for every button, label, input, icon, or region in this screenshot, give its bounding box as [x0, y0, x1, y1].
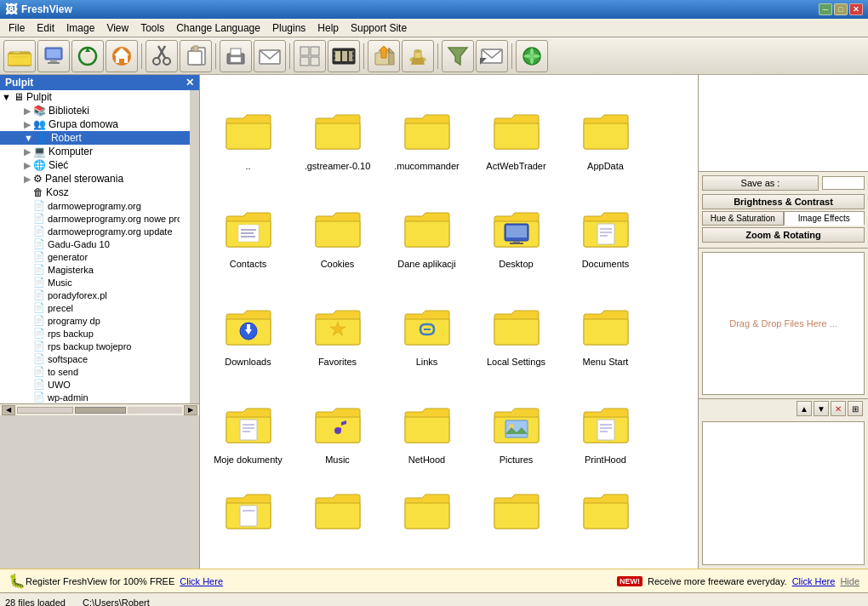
sidebar-close-icon[interactable]: ✕ [186, 77, 194, 89]
folder-item-row5a[interactable] [203, 470, 293, 538]
register-text: Register FreshView for 100% FREE [26, 576, 174, 586]
folder-item-localsettings[interactable]: Local Settings [471, 274, 561, 372]
folder-item-favorites[interactable]: Favorites [293, 274, 382, 372]
tree-item-siec[interactable]: ▶ 🌐 Sieć [0, 158, 190, 172]
open-folder-btn[interactable] [3, 40, 36, 72]
menu-help[interactable]: Help [312, 21, 344, 35]
save-as-btn[interactable]: Save as : [702, 175, 819, 191]
export-btn[interactable] [368, 40, 400, 72]
folder-label-music: Music [325, 454, 350, 466]
folder-item-downloads[interactable]: Downloads [203, 274, 293, 372]
home-btn[interactable] [106, 40, 138, 72]
tree-item-panel[interactable]: ▶ ⚙ Panel sterowania [0, 172, 190, 186]
menu-plugins[interactable]: Plugins [267, 21, 311, 35]
zoom-rotating-btn[interactable]: Zoom & Rotating [702, 227, 865, 243]
folder-label-parent: .. [245, 161, 250, 172]
grid-btn[interactable] [294, 40, 326, 72]
tree-item-generator[interactable]: ▶ 📄 generator [0, 250, 190, 263]
menu-file[interactable]: File [3, 21, 30, 35]
folder-item-row5e[interactable] [561, 470, 650, 538]
refresh-btn[interactable] [71, 40, 104, 72]
folder-item-links[interactable]: Links [382, 274, 471, 372]
tree-item-robert[interactable]: ▼ 👤 Robert [0, 131, 190, 145]
tree-item-darmowe3[interactable]: ▶ 📄 darmoweprogramy.org update [0, 225, 190, 237]
image-effects-tab[interactable]: Image Effects [784, 211, 865, 226]
tree-item-darmowe2[interactable]: ▶ 📄 darmoweprogramy.org nowe prog... [0, 212, 190, 225]
sidebar-tree[interactable]: ▼ 🖥 Pulpit ▶ 📚 Biblioteki ▶ 👥 Grupa domo… [0, 90, 190, 403]
menu-image[interactable]: Image [61, 21, 100, 35]
folder-item-daneaplikacji[interactable]: Dane aplikacji [382, 176, 471, 274]
title-bar: 🖼 FreshView ─ □ ✕ [0, 0, 868, 19]
folder-item-parent[interactable]: .. [203, 78, 293, 176]
folder-item-desktop[interactable]: Desktop [471, 176, 561, 274]
folder-icon-printhood [580, 400, 631, 451]
tree-item-uwo[interactable]: ▶ 📄 UWO [0, 378, 190, 391]
file-browser[interactable]: .. .gstreamer-0.10 .mucommander [200, 75, 698, 569]
tree-item-programy[interactable]: ▶ 📄 programy dp [0, 314, 190, 327]
arrow-up-btn[interactable]: ▲ [797, 401, 812, 416]
folder-item-row5b[interactable] [293, 470, 382, 538]
email-btn[interactable] [476, 40, 508, 72]
tree-item-darmowe1[interactable]: ▶ 📄 darmoweprogramy.org [0, 199, 190, 212]
folder-item-documents[interactable]: Documents [561, 176, 650, 274]
folder-item-contacts[interactable]: Contacts [203, 176, 293, 274]
menu-tools[interactable]: Tools [135, 21, 169, 35]
folder-item-actwebtrader[interactable]: ActWebTrader [471, 78, 561, 176]
tree-item-magisterka[interactable]: ▶ 📄 Magisterka [0, 263, 190, 276]
register-link[interactable]: Click Here [180, 576, 223, 586]
folder-item-appdata[interactable]: AppData [561, 78, 650, 176]
folder-item-mucommander[interactable]: .mucommander [382, 78, 471, 176]
folder-item-pictures[interactable]: Pictures [471, 372, 561, 470]
tree-item-rps2[interactable]: ▶ 📄 rps backup twojepro [0, 340, 190, 352]
folder-item-music[interactable]: Music [293, 372, 382, 470]
folder-item-gstreamer[interactable]: .gstreamer-0.10 [293, 78, 382, 176]
tree-item-tosend[interactable]: ▶ 📄 to send [0, 365, 190, 378]
tree-item-gadu[interactable]: ▶ 📄 Gadu-Gadu 10 [0, 237, 190, 250]
tree-item-komputer[interactable]: ▶ 💻 Komputer [0, 145, 190, 158]
menu-edit[interactable]: Edit [31, 21, 60, 35]
paste-btn[interactable] [180, 40, 212, 72]
save-as-input[interactable] [822, 176, 865, 190]
arrow-x-btn[interactable]: ✕ [831, 401, 846, 416]
brightness-contrast-btn[interactable]: Brightness & Contrast [702, 194, 865, 209]
send-btn[interactable] [254, 40, 286, 72]
menu-change-language[interactable]: Change Language [171, 21, 266, 35]
filmstrip-btn[interactable] [328, 40, 360, 72]
cut-btn[interactable] [146, 40, 178, 72]
sidebar-hscroll[interactable]: ◀ ▶ [0, 403, 199, 415]
tree-item-kosz[interactable]: ▶ 🗑 Kosz [0, 186, 190, 199]
hue-saturation-tab[interactable]: Hue & Saturation [702, 211, 784, 226]
tree-item-porady[interactable]: ▶ 📄 poradyforex.pl [0, 289, 190, 301]
tree-item-pulpit[interactable]: ▼ 🖥 Pulpit [0, 90, 190, 104]
arrow-grid-btn[interactable]: ⊞ [848, 401, 863, 416]
tree-item-wpadmin[interactable]: ▶ 📄 wp-admin [0, 391, 190, 403]
print-btn[interactable] [220, 40, 252, 72]
tree-item-precel[interactable]: ▶ 📄 precel [0, 301, 190, 314]
maximize-btn[interactable]: □ [834, 3, 848, 15]
hide-link[interactable]: Hide [840, 576, 859, 586]
tree-item-music[interactable]: ▶ 📄 Music [0, 276, 190, 289]
tree-item-biblioteki[interactable]: ▶ 📚 Biblioteki [0, 104, 190, 117]
receive-link[interactable]: Click Here [792, 576, 836, 586]
minimize-btn[interactable]: ─ [819, 3, 832, 15]
folder-item-printhood[interactable]: PrintHood [561, 372, 650, 470]
menu-view[interactable]: View [101, 21, 134, 35]
folder-item-menustart[interactable]: Menu Start [561, 274, 650, 372]
svg-rect-56 [240, 420, 257, 440]
close-btn[interactable]: ✕ [849, 3, 863, 15]
arrow-down-btn[interactable]: ▼ [814, 401, 829, 416]
folder-item-mojeDokumenty[interactable]: Moje dokumenty [203, 372, 293, 470]
computer-btn[interactable] [37, 40, 70, 72]
folder-item-nethood[interactable]: NetHood [382, 372, 471, 470]
tree-item-softspace[interactable]: ▶ 📄 softspace [0, 352, 190, 365]
folder-item-row5c[interactable] [382, 470, 471, 538]
tree-item-rps1[interactable]: ▶ 📄 rps backup [0, 327, 190, 340]
plugin-btn[interactable] [516, 40, 548, 72]
menu-support-site[interactable]: Support Site [345, 21, 412, 35]
tree-item-grupa-domowa[interactable]: ▶ 👥 Grupa domowa [0, 117, 190, 131]
folder-item-cookies[interactable]: Cookies [293, 176, 382, 274]
svg-rect-19 [300, 47, 309, 55]
folder-item-row5d[interactable] [471, 470, 561, 538]
filter-btn[interactable] [442, 40, 474, 72]
stamp-btn[interactable] [402, 40, 434, 72]
